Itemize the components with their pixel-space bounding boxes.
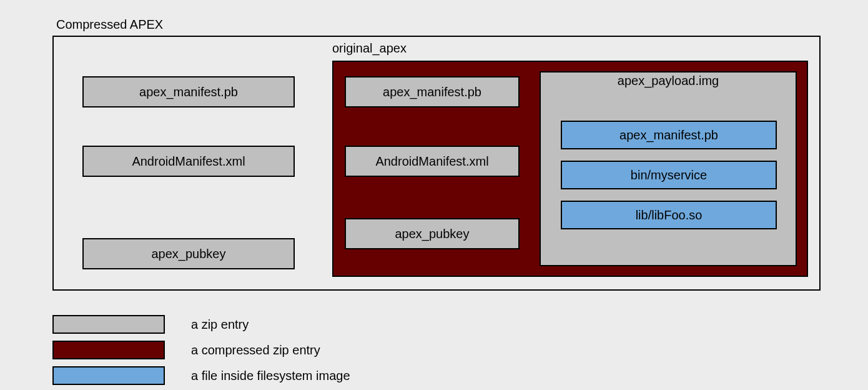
zip-entry-label: apex_pubkey [152, 247, 226, 261]
legend-label-zip: a zip entry [191, 318, 249, 332]
zip-entry-label: apex_pubkey [395, 227, 470, 241]
payload-file-label: apex_manifest.pb [619, 128, 718, 142]
legend-swatch-file [52, 366, 165, 385]
zip-entry-apex-pubkey: apex_pubkey [82, 238, 295, 269]
zip-entry-label: apex_manifest.pb [383, 85, 481, 99]
compressed-zip-entry-android-manifest: AndroidManifest.xml [345, 146, 520, 177]
legend-label-file: a file inside filesystem image [191, 369, 350, 383]
zip-entry-android-manifest: AndroidManifest.xml [82, 146, 295, 177]
payload-file-label: lib/libFoo.so [636, 208, 703, 222]
diagram-title: Compressed APEX [56, 18, 163, 32]
zip-entry-apex-manifest: apex_manifest.pb [82, 76, 295, 108]
payload-file-label: bin/myservice [631, 168, 707, 182]
zip-entry-label: apex_manifest.pb [139, 85, 238, 99]
zip-entry-label: AndroidManifest.xml [375, 154, 488, 169]
compressed-zip-entry-apex-pubkey: apex_pubkey [345, 218, 520, 249]
original-apex-label: original_apex [332, 41, 407, 56]
zip-entry-label: AndroidManifest.xml [132, 154, 245, 169]
apex-payload-title: apex_payload.img [540, 74, 797, 88]
compressed-zip-entry-apex-manifest: apex_manifest.pb [345, 76, 520, 108]
payload-file-bin-myservice: bin/myservice [561, 161, 777, 189]
legend-swatch-zip [52, 315, 165, 334]
legend-label-compressed: a compressed zip entry [191, 343, 320, 358]
legend-swatch-compressed [52, 341, 165, 359]
payload-file-lib-libfoo: lib/libFoo.so [561, 201, 777, 229]
payload-file-apex-manifest: apex_manifest.pb [561, 121, 777, 149]
